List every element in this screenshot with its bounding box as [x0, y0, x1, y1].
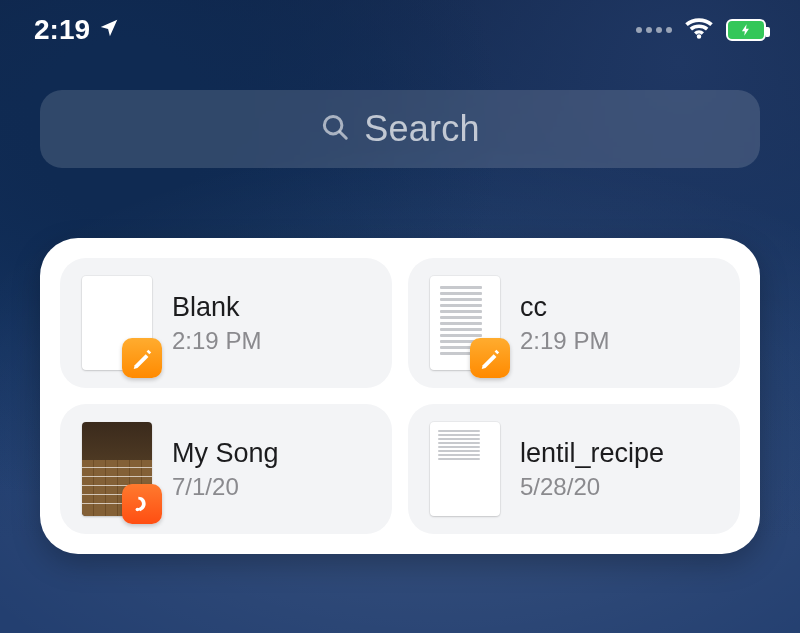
garageband-app-icon: [122, 484, 162, 524]
file-name: Blank: [172, 292, 261, 323]
wifi-icon: [684, 13, 714, 47]
file-item[interactable]: Blank 2:19 PM: [60, 258, 392, 388]
file-time: 2:19 PM: [520, 327, 609, 355]
file-name: lentil_recipe: [520, 438, 664, 469]
file-item[interactable]: lentil_recipe 5/28/20: [408, 404, 740, 534]
file-time: 5/28/20: [520, 473, 664, 501]
file-name: cc: [520, 292, 609, 323]
search-field[interactable]: Search: [40, 90, 760, 168]
location-icon: [98, 14, 120, 46]
file-thumbnail: [82, 422, 152, 516]
file-thumbnail: [82, 276, 152, 370]
battery-charging-icon: [726, 19, 766, 41]
status-time: 2:19: [34, 14, 90, 46]
file-time: 7/1/20: [172, 473, 279, 501]
svg-line-1: [340, 132, 347, 139]
file-item[interactable]: My Song 7/1/20: [60, 404, 392, 534]
search-icon: [320, 112, 350, 146]
status-bar: 2:19: [0, 0, 800, 60]
files-widget: Blank 2:19 PM cc 2:19 PM: [40, 238, 760, 554]
file-name: My Song: [172, 438, 279, 469]
file-time: 2:19 PM: [172, 327, 261, 355]
file-thumbnail: [430, 276, 500, 370]
pages-app-icon: [122, 338, 162, 378]
search-placeholder: Search: [364, 108, 479, 150]
file-thumbnail: [430, 422, 500, 516]
pages-app-icon: [470, 338, 510, 378]
file-item[interactable]: cc 2:19 PM: [408, 258, 740, 388]
svg-point-2: [136, 508, 140, 512]
status-left: 2:19: [34, 14, 120, 46]
page-dots-icon: [636, 27, 672, 33]
status-right: [636, 13, 766, 47]
